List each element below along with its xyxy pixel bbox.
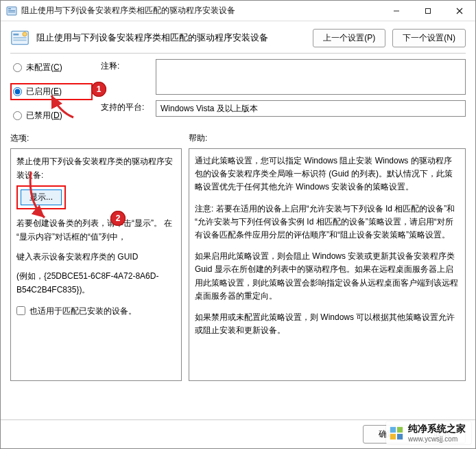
radio-disabled-label: 已禁用(D) bbox=[26, 111, 62, 120]
options-body: 禁止使用下列设备安装程序类的驱动程序安装设备: 显示... 若要创建设备类的列表… bbox=[10, 148, 182, 381]
svg-rect-2 bbox=[8, 10, 15, 11]
lower-panes: 选项: 禁止使用下列设备安装程序类的驱动程序安装设备: 显示... 若要创建设备… bbox=[1, 126, 475, 381]
watermark-url: www.ycwsjj.com bbox=[408, 435, 466, 443]
help-p1: 通过此策略设置，您可以指定 Windows 阻止安装 Windows 的驱动程序… bbox=[195, 154, 460, 194]
help-pane: 帮助: 通过此策略设置，您可以指定 Windows 阻止安装 Windows 的… bbox=[189, 131, 466, 381]
also-apply-checkbox[interactable] bbox=[16, 306, 25, 315]
svg-rect-14 bbox=[397, 426, 403, 432]
minimize-icon bbox=[393, 8, 400, 14]
options-pane: 选项: 禁止使用下列设备安装程序类的驱动程序安装设备: 显示... 若要创建设备… bbox=[10, 131, 182, 381]
help-body: 通过此策略设置，您可以指定 Windows 阻止安装 Windows 的驱动程序… bbox=[189, 148, 466, 381]
policy-header: 阻止使用与下列设备安装程序类相匹配的驱动程序安装设备 上一个设置(P) 下一个设… bbox=[1, 21, 475, 53]
state-radios: 未配置(C) 已启用(E) 已禁用(D) bbox=[10, 59, 93, 123]
show-highlight-box: 显示... bbox=[16, 185, 66, 209]
svg-rect-15 bbox=[390, 433, 396, 439]
minimize-button[interactable] bbox=[381, 1, 412, 21]
help-header: 帮助: bbox=[189, 131, 466, 148]
svg-rect-16 bbox=[397, 433, 403, 439]
supported-label: 支持的平台: bbox=[101, 100, 149, 113]
close-button[interactable] bbox=[444, 1, 475, 21]
svg-rect-11 bbox=[13, 40, 26, 41]
maximize-icon bbox=[425, 8, 431, 14]
radio-not-configured-label: 未配置(C) bbox=[26, 62, 62, 72]
options-header: 选项: bbox=[10, 131, 182, 148]
watermark-logo-icon bbox=[389, 426, 404, 441]
watermark-name: 纯净系统之家 bbox=[408, 423, 466, 435]
supported-field: Windows Vista 及以上版本 bbox=[156, 100, 466, 117]
watermark: 纯净系统之家 www.ycwsjj.com bbox=[386, 422, 471, 444]
svg-rect-5 bbox=[426, 8, 431, 13]
radio-not-configured-input[interactable] bbox=[13, 63, 22, 72]
svg-rect-10 bbox=[13, 37, 26, 38]
show-button[interactable]: 显示... bbox=[21, 189, 62, 205]
options-desc3: 键入表示设备安装程序类的 GUID bbox=[16, 250, 176, 264]
also-apply-checkbox-row[interactable]: 也适用于匹配已安装的设备。 bbox=[16, 304, 176, 318]
also-apply-label: 也适用于匹配已安装的设备。 bbox=[29, 304, 136, 318]
svg-rect-9 bbox=[13, 34, 19, 36]
help-p3: 如果启用此策略设置，则会阻止 Windows 安装或更新其设备安装程序类 Gui… bbox=[195, 250, 460, 303]
radio-enabled-label: 已启用(E) bbox=[26, 87, 62, 96]
next-setting-button[interactable]: 下一个设置(N) bbox=[392, 29, 466, 47]
options-desc1: 禁止使用下列设备安装程序类的驱动程序安装设备: bbox=[16, 154, 176, 183]
help-p4: 如果禁用或未配置此策略设置，则 Windows 可以根据其他策略设置允许或阻止安… bbox=[195, 311, 460, 337]
config-area: 未配置(C) 已启用(E) 已禁用(D) 注释: 支持的平台: Windows … bbox=[1, 54, 475, 126]
policy-title: 阻止使用与下列设备安装程序类相匹配的驱动程序安装设备 bbox=[36, 32, 306, 44]
help-p2: 注意: 若要在适用的设备上启用“允许安装与下列设备 Id 相匹配的设备”和“允许… bbox=[195, 203, 460, 242]
radio-enabled[interactable]: 已启用(E) bbox=[13, 86, 62, 97]
previous-setting-button[interactable]: 上一个设置(P) bbox=[313, 29, 385, 47]
comment-field[interactable] bbox=[156, 59, 466, 95]
policy-icon bbox=[6, 5, 17, 16]
svg-rect-1 bbox=[8, 8, 11, 10]
comment-label: 注释: bbox=[101, 59, 149, 72]
maximize-button[interactable] bbox=[412, 1, 444, 21]
svg-point-12 bbox=[23, 32, 27, 36]
radio-disabled[interactable]: 已禁用(D) bbox=[10, 108, 93, 123]
radio-disabled-input[interactable] bbox=[13, 111, 22, 120]
titlebar: 阻止使用与下列设备安装程序类相匹配的驱动程序安装设备 bbox=[1, 1, 475, 21]
close-icon bbox=[456, 8, 463, 14]
radio-not-configured[interactable]: 未配置(C) bbox=[10, 60, 93, 75]
enabled-highlight-box: 已启用(E) bbox=[10, 83, 93, 100]
radio-enabled-input[interactable] bbox=[13, 87, 22, 96]
options-desc2: 若要创建设备类的列表，请单击“显示”。 在“显示内容”对话框的“值”列中， bbox=[16, 216, 176, 244]
options-desc4: (例如，{25DBCE51-6C8F-4A72-8A6D-B54C2B4FC83… bbox=[16, 269, 176, 297]
svg-rect-13 bbox=[390, 426, 396, 432]
policy-large-icon bbox=[10, 28, 29, 47]
svg-rect-3 bbox=[8, 12, 15, 12]
window-title: 阻止使用与下列设备安装程序类相匹配的驱动程序安装设备 bbox=[21, 5, 381, 16]
